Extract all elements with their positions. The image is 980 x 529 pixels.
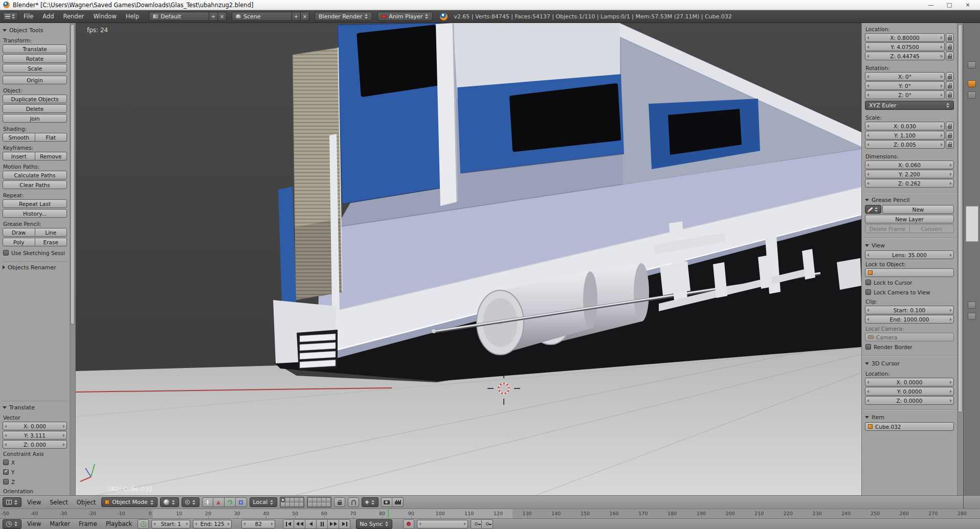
lock-camera-checkbox[interactable] bbox=[865, 289, 871, 295]
location-y-field[interactable]: Y: 4.07500 bbox=[865, 42, 945, 51]
grease-pencil-data-button[interactable] bbox=[865, 205, 881, 214]
mode-select[interactable]: Object Mode bbox=[101, 497, 157, 507]
preview-range-button[interactable] bbox=[138, 519, 149, 529]
transform-orientation-select[interactable]: Local bbox=[250, 497, 278, 507]
playhead[interactable] bbox=[388, 509, 389, 518]
keyingset-add-button[interactable] bbox=[471, 519, 482, 529]
dimensions-y-field[interactable]: Y: 2.200 bbox=[865, 170, 954, 178]
render-engine-select[interactable]: Blender Render bbox=[315, 12, 372, 21]
scale-z-field[interactable]: Z: 0.005 bbox=[865, 140, 945, 149]
timeline-playback-menu[interactable]: Playback bbox=[103, 520, 135, 527]
location-x-lock-button[interactable] bbox=[946, 33, 954, 42]
clear-paths-button[interactable]: Clear Paths bbox=[3, 180, 67, 189]
menu-add[interactable]: Add bbox=[39, 13, 57, 20]
timeline-frame-menu[interactable]: Frame bbox=[76, 520, 100, 527]
rotation-x-lock-button[interactable] bbox=[946, 72, 954, 81]
rotate-manipulator-button[interactable] bbox=[225, 497, 236, 507]
join-button[interactable]: Join bbox=[3, 114, 67, 123]
vector-y-field[interactable]: Y: 3.111 bbox=[3, 431, 67, 440]
panel-object-tools[interactable]: Object Tools bbox=[3, 25, 67, 35]
sliver-icon[interactable] bbox=[968, 313, 976, 320]
layer-cell[interactable] bbox=[313, 498, 317, 502]
scale-x-field[interactable]: X: 0.030 bbox=[865, 122, 945, 130]
layer-cell[interactable] bbox=[290, 502, 294, 507]
location-x-field[interactable]: X: 0.80000 bbox=[865, 33, 945, 42]
auto-keyframe-button[interactable] bbox=[403, 519, 414, 529]
layer-cell[interactable] bbox=[281, 498, 285, 502]
rotation-z-lock-button[interactable] bbox=[946, 90, 954, 99]
layer-cell[interactable] bbox=[299, 498, 303, 502]
item-name-field[interactable]: Cube.032 bbox=[865, 422, 954, 431]
scene-lock-button[interactable] bbox=[334, 497, 345, 507]
opengl-render-button[interactable] bbox=[381, 497, 392, 507]
layer-cell[interactable] bbox=[308, 498, 312, 502]
scale-y-lock-button[interactable] bbox=[946, 131, 954, 140]
clip-start-field[interactable]: Start: 0.100 bbox=[865, 306, 954, 314]
layer-cell[interactable] bbox=[322, 498, 326, 502]
layer-cell[interactable] bbox=[317, 502, 321, 507]
dimensions-z-field[interactable]: Z: 0.262 bbox=[865, 179, 954, 188]
local-camera-field[interactable]: Camera bbox=[865, 333, 954, 341]
panel-translate-operator[interactable]: Translate bbox=[3, 402, 67, 412]
layer-cell[interactable] bbox=[290, 498, 294, 502]
render-border-checkbox[interactable] bbox=[865, 344, 871, 350]
scene-add-button[interactable]: + bbox=[292, 12, 301, 21]
lens-field[interactable]: Lens: 35.000 bbox=[865, 250, 954, 259]
repeat-last-button[interactable]: Repeat Last bbox=[3, 199, 67, 208]
gp-erase-button[interactable]: Erase bbox=[35, 238, 68, 246]
scale-z-lock-button[interactable] bbox=[946, 140, 954, 149]
view-menu[interactable]: View bbox=[24, 499, 44, 506]
layer-cell[interactable] bbox=[281, 502, 285, 507]
rotation-y-field[interactable]: Y: 0° bbox=[865, 81, 945, 90]
cursor-y-field[interactable]: Y: 0.0000 bbox=[865, 387, 954, 396]
maximize-button[interactable]: □ bbox=[940, 1, 959, 10]
scale-manipulator-button[interactable] bbox=[236, 497, 247, 507]
start-frame-field[interactable]: Start: 1 bbox=[151, 520, 190, 528]
layer-cell[interactable] bbox=[295, 498, 299, 502]
gp-delete-frame-button[interactable]: Delete Frame bbox=[865, 224, 910, 233]
insert-keyframe-button[interactable]: Insert bbox=[3, 152, 35, 160]
scene-delete-button[interactable]: × bbox=[301, 12, 309, 21]
layer-cell[interactable] bbox=[326, 502, 330, 507]
pivot-point-select[interactable] bbox=[182, 497, 199, 507]
rotation-x-field[interactable]: X: 0° bbox=[865, 72, 945, 81]
smooth-button[interactable]: Smooth bbox=[3, 133, 35, 142]
rotation-y-lock-button[interactable] bbox=[946, 81, 954, 90]
calculate-paths-button[interactable]: Calculate Paths bbox=[3, 171, 67, 179]
scene-selector[interactable]: Scene bbox=[232, 12, 292, 21]
panel-grease-pencil[interactable]: Grease Pencil bbox=[865, 195, 954, 205]
vector-x-field[interactable]: X: 0.000 bbox=[3, 422, 67, 430]
keying-set-field[interactable] bbox=[417, 520, 468, 528]
gp-draw-button[interactable]: Draw bbox=[3, 228, 35, 237]
layer-cell[interactable] bbox=[285, 502, 289, 507]
layout-delete-button[interactable]: × bbox=[218, 12, 227, 21]
current-frame-field[interactable]: 82 bbox=[241, 520, 275, 528]
end-frame-field[interactable]: End: 125 bbox=[193, 520, 232, 528]
screen-layout-selector[interactable]: Default bbox=[149, 12, 209, 21]
dimensions-x-field[interactable]: X: 0.060 bbox=[865, 160, 954, 169]
lock-to-cursor-checkbox[interactable] bbox=[865, 280, 871, 285]
keyingset-remove-button[interactable] bbox=[482, 519, 493, 529]
jump-to-start-button[interactable] bbox=[283, 519, 294, 529]
sliver-icon[interactable] bbox=[968, 91, 976, 99]
editor-type-button[interactable] bbox=[3, 519, 21, 529]
remove-keyframe-button[interactable]: Remove bbox=[35, 152, 68, 160]
timeline-marker-menu[interactable]: Marker bbox=[47, 520, 73, 527]
editor-type-button[interactable] bbox=[3, 497, 21, 507]
menu-window[interactable]: Window bbox=[90, 13, 120, 20]
layer-cell[interactable] bbox=[295, 502, 299, 507]
object-menu[interactable]: Object bbox=[74, 499, 99, 506]
rotation-mode-select[interactable]: XYZ Euler bbox=[865, 101, 954, 110]
vector-z-field[interactable]: Z: 0.000 bbox=[3, 440, 67, 449]
timeline-view-menu[interactable]: View bbox=[24, 520, 44, 527]
jump-prev-keyframe-button[interactable] bbox=[294, 519, 305, 529]
layer-cell[interactable] bbox=[317, 498, 321, 502]
panel-item[interactable]: Item bbox=[865, 412, 954, 422]
sliver-icon[interactable] bbox=[968, 80, 976, 87]
sliver-icon[interactable] bbox=[968, 302, 976, 309]
location-y-lock-button[interactable] bbox=[946, 42, 954, 51]
clip-end-field[interactable]: End: 1000.000 bbox=[865, 315, 954, 324]
history-button[interactable]: History... bbox=[3, 209, 67, 218]
sliver-icon[interactable] bbox=[968, 61, 976, 68]
cursor-z-field[interactable]: Z: 0.0000 bbox=[865, 396, 954, 405]
